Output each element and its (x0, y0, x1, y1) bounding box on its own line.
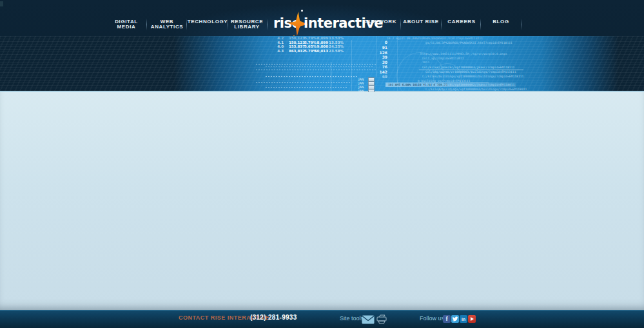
twitter-icon[interactable] (451, 315, 459, 323)
hero-table-cell: 13.53% (321, 36, 344, 40)
nav-divider (267, 19, 268, 30)
hero-metric: 126 (362, 50, 387, 55)
grid-line (376, 36, 376, 77)
corner-artifact (0, 1, 3, 6)
nav-label: ABOUT RISE (403, 19, 438, 24)
nav-label: LIBRARY (234, 24, 259, 30)
hero-code-line: gs/11.08.3P%2bURG0/PKAQW5K3I.html?cmpid=… (425, 41, 512, 44)
hero-code-line: 14.2 mgp11.08.34%2bURG05/KAQW5K3I.html?c… (387, 37, 483, 40)
youtube-icon[interactable] (468, 315, 476, 323)
grid-line (331, 62, 331, 91)
hero-code-line: 1011 (422, 61, 429, 64)
nav-label: ANALYTICS (151, 24, 183, 30)
main-content-area (0, 92, 644, 310)
nav-item-our-work[interactable]: OUR WORK (364, 19, 396, 24)
play-glyph (471, 317, 474, 321)
site-tools-label: Site tools (340, 315, 364, 322)
star-dot-icon (301, 10, 303, 12)
hero-metric: 39 (362, 55, 387, 59)
phone-number: (312) 281-9933 (250, 314, 297, 321)
nav-divider (228, 19, 228, 30)
hero-table-cell: 24.25% (321, 44, 344, 48)
hero-code-line: C:/Files/buildings/vpt10000003/buildings… (422, 75, 523, 78)
nav-item-careers[interactable]: CAREERS (447, 19, 475, 24)
printer-icon[interactable] (376, 314, 388, 327)
footer-bar (0, 310, 644, 328)
nav-divider (441, 19, 442, 30)
nav-item-resource-library[interactable]: RESOURCE LIBRARY (231, 19, 263, 29)
nav-label: CAREERS (447, 19, 475, 24)
nav-divider (186, 19, 187, 30)
hero-metric: 69 (362, 74, 387, 79)
nav-label: OUR WORK (364, 19, 396, 24)
hero-table-cell: 13.53% (321, 41, 344, 44)
grid-line (256, 70, 376, 70)
grid-line (266, 66, 374, 67)
linkedin-icon[interactable]: in (460, 315, 467, 323)
hero-code-line: C:/Files/buildings/vpt10000003/buildings… (425, 88, 527, 91)
email-icon[interactable] (362, 315, 375, 327)
hero-metric: 91 (362, 45, 387, 50)
grid-line (256, 64, 376, 64)
follow-us-label: Follow us (420, 315, 444, 322)
hero-metric: 0 (362, 40, 387, 44)
nav-item-about-rise[interactable]: ABOUT RISE (403, 19, 438, 24)
nav-divider (146, 19, 147, 30)
nav-label: BLOG (493, 19, 509, 24)
nav-label: MEDIA (117, 24, 136, 30)
nav-item-blog[interactable]: BLOG (493, 19, 509, 24)
nav-divider (480, 19, 481, 30)
hero-code-line: Col1_vp/?cmpid=EM113011 (422, 57, 464, 60)
grid-line (266, 87, 348, 88)
hero-code-line: Col/img/uw/mm/vr10000003/buildings/?cmpi… (425, 70, 516, 73)
grid-line (266, 76, 358, 77)
hero-table-cell: 23.58% (321, 49, 344, 53)
hero-code-line: m_building_vp/?cmpid=EM113111 (418, 79, 470, 82)
rise-interactive-homepage: DIGITAL MEDIA WEB ANALYTICS TECHNOLOGY R… (0, 0, 644, 328)
hero-code-line: http://www.14431111/MM43.5M_/tg/vr/worp1… (420, 52, 507, 55)
nav-divider (400, 19, 401, 30)
facebook-icon[interactable]: f (443, 315, 451, 323)
hero-code-line: Col/Files/jkasckc/vpt10000003/jkasc/?cmp… (422, 66, 514, 69)
header-hero-section: DIGITAL MEDIA WEB ANALYTICS TECHNOLOGY R… (0, 0, 644, 92)
nav-label: TECHNOLOGY (188, 19, 228, 24)
nav-divider (522, 19, 522, 30)
hero-banner-image: 4.2 150,123 5.79% 8,099 13.53% 4.1 150,1… (0, 36, 644, 92)
hero-metric: 142 (362, 70, 387, 74)
nav-item-web-analytics[interactable]: WEB ANALYTICS (151, 19, 183, 29)
nav-item-technology[interactable]: TECHNOLOGY (188, 19, 228, 24)
hero-code-line: Col/Files/jkasckc/vpt10000002/jkasc/?cmp… (422, 83, 514, 86)
grid-line (351, 40, 352, 91)
nav-item-digital-media[interactable]: DIGITAL MEDIA (115, 19, 138, 29)
grid-line (256, 82, 351, 82)
